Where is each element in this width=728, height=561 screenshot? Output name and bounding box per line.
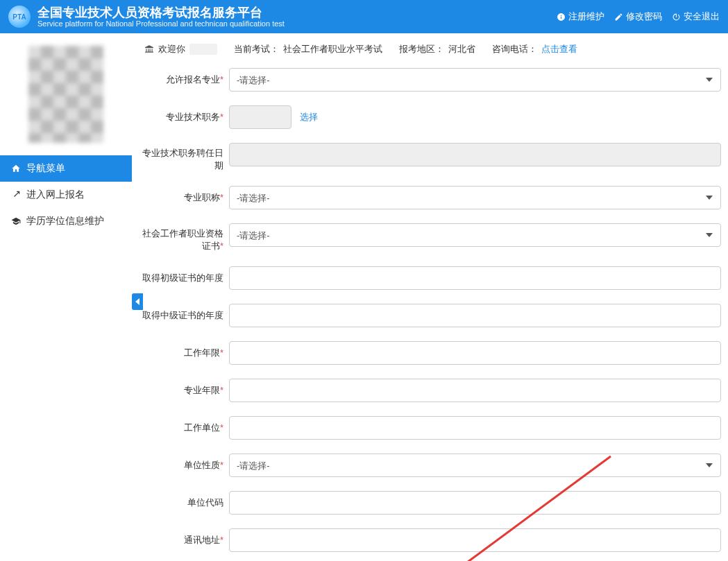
prof-title-label: 专业职称 xyxy=(184,192,220,202)
prof-tech-post-date-label: 专业技术职务聘任日期 xyxy=(142,148,223,171)
username-placeholder xyxy=(189,44,217,55)
prof-tech-post-input xyxy=(229,105,291,129)
avatar-box xyxy=(0,33,132,155)
allowed-major-label: 允许报名专业 xyxy=(166,74,220,85)
sidebar-item-enter-signup[interactable]: 进入网上报名 xyxy=(0,182,132,208)
share-icon xyxy=(11,190,21,200)
main-content: 欢迎你 当前考试： 社会工作者职业水平考试 报考地区： 河北省 咨询电话： 点击… xyxy=(132,33,728,561)
sidebar-item-edu-maint[interactable]: 学历学位信息维护 xyxy=(0,208,132,234)
primary-cert-year-input[interactable] xyxy=(229,266,721,290)
mid-cert-year-label: 取得中级证书的年度 xyxy=(142,310,223,320)
hotline-label: 咨询电话： xyxy=(492,43,537,55)
sidebar: 导航菜单 进入网上报名 学历学位信息维护 xyxy=(0,33,132,561)
mid-cert-year-input[interactable] xyxy=(229,304,721,327)
region-value: 河北省 xyxy=(448,43,475,55)
unit-nature-label: 单位性质 xyxy=(184,460,220,470)
work-unit-label: 工作单位 xyxy=(184,422,220,433)
sw-cert-select[interactable]: -请选择- xyxy=(229,223,721,247)
power-icon xyxy=(672,12,681,21)
current-exam-value: 社会工作者职业水平考试 xyxy=(283,43,382,55)
unit-code-label: 单位代码 xyxy=(187,497,223,508)
home-icon xyxy=(11,164,21,173)
prof-tech-post-label: 专业技术职务 xyxy=(166,112,220,122)
edit-icon xyxy=(614,12,623,21)
address-input[interactable] xyxy=(229,528,721,552)
header-title-block: 全国专业技术人员资格考试报名服务平台 Service platform for … xyxy=(37,6,557,28)
prof-tech-post-select-link[interactable]: 选择 xyxy=(300,111,318,123)
work-years-label: 工作年限 xyxy=(184,347,220,358)
institution-icon xyxy=(144,44,154,54)
welcome-label: 欢迎你 xyxy=(158,43,185,55)
sw-cert-label: 社会工作者职业资格证书 xyxy=(142,228,223,251)
work-unit-input[interactable] xyxy=(229,416,721,440)
address-label: 通讯地址 xyxy=(184,535,220,545)
avatar xyxy=(28,46,103,143)
sidebar-item-label: 学历学位信息维护 xyxy=(26,215,104,227)
allowed-major-select[interactable]: -请选择- xyxy=(229,68,721,92)
header-subtitle: Service platform for National Profession… xyxy=(37,19,557,28)
sidebar-collapse-handle[interactable] xyxy=(132,293,143,310)
prof-tech-post-date-input xyxy=(229,143,721,166)
primary-cert-year-label: 取得初级证书的年度 xyxy=(142,273,223,283)
work-years-input[interactable] xyxy=(229,341,721,365)
change-password-link[interactable]: 修改密码 xyxy=(614,10,662,23)
sidebar-item-label: 导航菜单 xyxy=(26,162,65,175)
sidebar-item-nav-menu[interactable]: 导航菜单 xyxy=(0,155,132,182)
header-actions: 注册维护 修改密码 安全退出 xyxy=(557,10,720,23)
info-icon xyxy=(557,12,566,21)
current-exam-label: 当前考试： xyxy=(234,43,279,55)
unit-nature-select[interactable]: -请选择- xyxy=(229,454,721,477)
prof-title-select[interactable]: -请选择- xyxy=(229,186,721,209)
region-label: 报考地区： xyxy=(399,43,444,55)
hotline-link[interactable]: 点击查看 xyxy=(541,43,577,55)
logout-link[interactable]: 安全退出 xyxy=(672,10,720,23)
top-header: PTA 全国专业技术人员资格考试报名服务平台 Service platform … xyxy=(0,0,728,33)
sidebar-item-label: 进入网上报名 xyxy=(26,189,85,201)
unit-code-input[interactable] xyxy=(229,491,721,515)
major-years-label: 专业年限 xyxy=(184,385,220,395)
info-bar: 欢迎你 当前考试： 社会工作者职业水平考试 报考地区： 河北省 咨询电话： 点击… xyxy=(139,33,721,68)
header-title: 全国专业技术人员资格考试报名服务平台 xyxy=(37,6,557,19)
site-logo: PTA xyxy=(8,6,31,28)
register-maintenance-link[interactable]: 注册维护 xyxy=(557,10,604,23)
graduation-icon xyxy=(11,216,21,226)
major-years-input[interactable] xyxy=(229,379,721,402)
